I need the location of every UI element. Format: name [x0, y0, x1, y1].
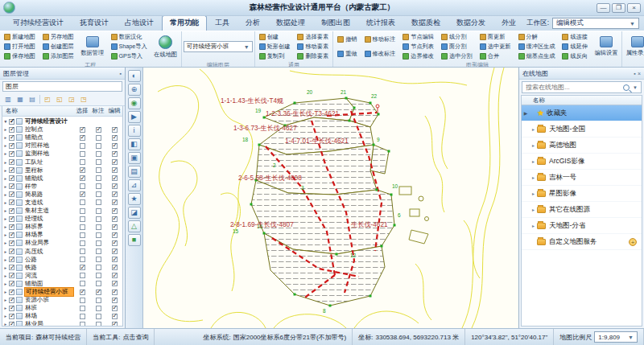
map-canvas[interactable]: 19202122189231061516128 1-1-1.43-生长伐-T4规… [143, 68, 518, 328]
select-checkbox[interactable] [80, 135, 85, 141]
layer-row[interactable]: ▸铁路 [2, 264, 122, 272]
edit-checkbox[interactable] [112, 265, 118, 270]
label-checkbox[interactable] [96, 216, 101, 222]
label-checkbox[interactable] [96, 167, 101, 173]
edit-checkbox[interactable] [112, 159, 118, 165]
expand-icon[interactable]: ▸ [2, 306, 9, 310]
search-icon[interactable] [623, 84, 630, 91]
ribbon-button[interactable]: 合并 [477, 52, 514, 61]
visibility-checkbox[interactable] [9, 151, 14, 157]
select-checkbox[interactable] [80, 306, 85, 311]
expand-icon[interactable]: ▸ [2, 281, 9, 286]
visibility-checkbox[interactable] [9, 314, 14, 319]
ribbon-button[interactable]: 撤销 [335, 35, 359, 44]
visibility-checkbox[interactable] [9, 265, 14, 270]
ribbon-button[interactable]: 创建图层 [40, 43, 76, 51]
edit-checkbox[interactable] [112, 257, 118, 262]
expand-icon[interactable]: ▸ [2, 168, 9, 173]
expand-icon[interactable]: ▸ [2, 298, 9, 302]
expand-icon[interactable]: ▸ [2, 257, 9, 262]
visibility-checkbox[interactable] [9, 240, 14, 246]
tab[interactable]: 数据处理 [268, 15, 313, 31]
ribbon-big-button[interactable]: 在线地图 [152, 32, 180, 61]
ribbon-button[interactable]: 节点编辑 [400, 33, 436, 42]
highlight-icon[interactable]: ★ [128, 193, 141, 205]
visibility-checkbox[interactable] [9, 273, 14, 278]
online-map-item[interactable]: ▸其它在线图源 [522, 202, 642, 218]
expand-icon[interactable]: ▸ [2, 143, 9, 148]
visibility-checkbox[interactable] [9, 322, 14, 327]
measure-length-icon[interactable]: ⊿ [128, 179, 141, 191]
ribbon-button[interactable]: 另存地图 [40, 33, 76, 42]
layer-row[interactable]: ▸集材主道 [2, 207, 122, 215]
layer-row[interactable]: ▸样带 [2, 183, 122, 191]
ribbon-button[interactable]: 复制到 [257, 52, 293, 61]
layer-row[interactable]: ▸辅助线 [2, 175, 122, 183]
edit-checkbox[interactable] [112, 199, 118, 205]
label-checkbox[interactable] [96, 306, 101, 311]
label-checkbox[interactable] [96, 208, 101, 214]
expand-icon[interactable]: ▸ [2, 232, 9, 237]
ribbon-button[interactable]: 选中更新 [477, 43, 514, 51]
expand-icon[interactable]: ▸ [2, 249, 9, 254]
ribbon-big-button[interactable]: 属性录入 [624, 32, 644, 61]
expand-icon[interactable]: ▸ [2, 240, 9, 245]
fill-style-icon[interactable]: ■ [128, 234, 141, 246]
layer-row[interactable]: ▸高压线 [2, 248, 122, 256]
ribbon-button[interactable]: GPS导入 [109, 52, 150, 61]
label-checkbox[interactable] [96, 175, 101, 181]
identify-icon[interactable]: i [128, 125, 141, 137]
ribbon-button[interactable]: 创建 [257, 33, 293, 42]
select-checkbox[interactable] [80, 314, 85, 319]
add-group-icon[interactable]: ▥ [3, 95, 13, 104]
select-checkbox[interactable] [80, 322, 85, 327]
edit-checkbox[interactable] [112, 143, 118, 149]
visibility-checkbox[interactable] [9, 143, 14, 149]
expand-icon[interactable]: ▸ [2, 160, 9, 165]
label-checkbox[interactable] [96, 191, 101, 197]
zoom-window-icon[interactable]: ▣ [128, 152, 141, 164]
select-checkbox[interactable] [80, 216, 85, 222]
edit-checkbox[interactable] [112, 281, 118, 286]
expand-icon[interactable]: ▸ [2, 200, 9, 205]
ribbon-button[interactable]: 线分割 [439, 33, 475, 42]
move-center-icon[interactable]: ⊕ [128, 84, 141, 96]
layer-row[interactable]: ▸林班 [2, 304, 122, 312]
ribbon-button[interactable]: 删除要素 [295, 52, 331, 61]
expand-icon[interactable]: ▸ [530, 223, 537, 228]
layer-front-icon[interactable]: ◰ [43, 95, 52, 104]
edit-checkbox[interactable] [112, 167, 118, 173]
layer-row[interactable]: ▸河流 [2, 272, 122, 280]
visibility-checkbox[interactable] [9, 224, 14, 230]
label-checkbox[interactable] [96, 314, 101, 319]
expand-icon[interactable]: ▸ [2, 265, 9, 270]
layer-row[interactable]: ▸里程标 [2, 166, 122, 175]
visibility-checkbox[interactable] [9, 298, 14, 303]
select-checkbox[interactable] [80, 191, 85, 197]
label-checkbox[interactable] [96, 265, 101, 270]
ribbon-button[interactable]: 保存地图 [2, 52, 38, 61]
expand-icon[interactable]: ▸ [2, 127, 9, 132]
label-checkbox[interactable] [96, 143, 101, 149]
select-checkbox[interactable] [80, 151, 85, 157]
layer-row[interactable]: ▸辅助点 [2, 133, 122, 142]
map-view[interactable]: 19202122189231061516128 1-1-1.43-生长伐-T4规… [143, 68, 518, 328]
edit-checkbox[interactable] [112, 183, 118, 189]
online-map-item[interactable]: ▸ArcGIS影像 [522, 154, 642, 170]
label-checkbox[interactable] [96, 290, 101, 295]
ribbon-button[interactable]: 分解 [516, 33, 558, 42]
ribbon-big-button[interactable]: 数据管理 [79, 32, 106, 61]
layer-control-icon[interactable]: ▤ [128, 166, 141, 178]
layer-row[interactable]: ▸对照样地 [2, 142, 122, 150]
ribbon-button[interactable]: 移动标注 [362, 35, 398, 44]
select-checkbox[interactable] [80, 224, 85, 230]
edit-checkbox[interactable] [112, 314, 118, 319]
expand-icon[interactable]: ▸ [2, 184, 9, 189]
layer-row[interactable]: ▸支道线 [2, 199, 122, 207]
tab[interactable]: 分析 [237, 15, 268, 31]
ribbon-button[interactable]: 选择要素 [295, 33, 331, 42]
edit-checkbox[interactable] [112, 248, 118, 254]
close-button[interactable]: × [627, 3, 641, 13]
restore-button[interactable]: ❐ [612, 3, 625, 13]
ribbon-button[interactable]: 节点列表 [400, 43, 436, 51]
